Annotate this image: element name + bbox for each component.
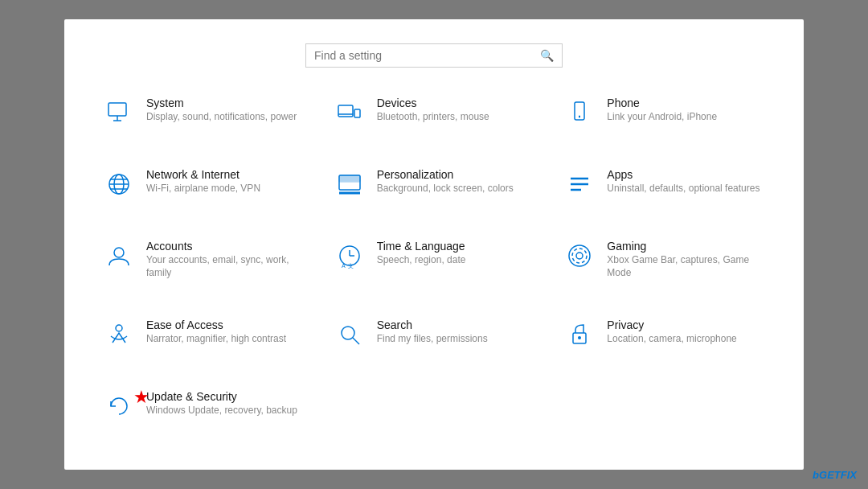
svg-point-28 <box>116 325 122 331</box>
item-text-devices: Devices Bluetooth, printers, mouse <box>377 97 489 124</box>
search-input-wrap[interactable]: 🔍 <box>305 43 563 68</box>
watermark-brand: bGETFIX <box>813 469 857 481</box>
ease-icon <box>103 318 135 351</box>
personalization-icon <box>334 168 366 200</box>
svg-point-26 <box>572 249 587 263</box>
item-desc-phone: Link your Android, iPhone <box>607 111 717 124</box>
item-desc-time: Speech, region, date <box>377 254 466 267</box>
item-title-system: System <box>146 97 297 109</box>
item-title-apps: Apps <box>607 168 760 181</box>
item-desc-network: Wi-Fi, airplane mode, VPN <box>146 183 260 195</box>
item-title-network: Network & Internet <box>146 168 260 181</box>
gaming-icon <box>563 240 596 272</box>
item-text-privacy: Privacy Location, camera, microphone <box>607 318 736 346</box>
item-desc-system: Display, sound, notifications, power <box>146 111 297 124</box>
item-text-system: System Display, sound, notifications, po… <box>146 97 297 124</box>
network-icon <box>103 168 135 200</box>
search-icon <box>334 318 366 351</box>
settings-item-search[interactable]: Search Find my files, permissions <box>327 310 542 374</box>
settings-window: 🔍 System Display, sound, notifications, … <box>64 19 804 470</box>
svg-rect-4 <box>354 109 360 117</box>
svg-rect-0 <box>108 103 126 116</box>
item-title-devices: Devices <box>377 97 489 109</box>
system-icon <box>103 97 135 129</box>
phone-icon <box>563 97 596 129</box>
item-title-update: Update & Security <box>146 390 297 403</box>
settings-item-system[interactable]: System Display, sound, notifications, po… <box>96 88 311 152</box>
svg-point-29 <box>342 327 354 339</box>
settings-item-devices[interactable]: Devices Bluetooth, printers, mouse <box>327 88 542 152</box>
settings-item-phone[interactable]: Phone Link your Android, iPhone <box>557 88 772 152</box>
item-text-search: Search Find my files, permissions <box>377 318 488 346</box>
svg-point-27 <box>576 253 583 259</box>
settings-grid: System Display, sound, notifications, po… <box>96 88 772 446</box>
settings-item-update[interactable]: Update & Security Windows Update, recove… <box>96 382 311 446</box>
item-desc-accounts: Your accounts, email, sync, work, family <box>146 254 305 279</box>
item-title-phone: Phone <box>607 97 717 109</box>
settings-item-time[interactable]: A文 Time & Language Speech, region, date <box>327 232 542 302</box>
svg-text:文: 文 <box>348 263 354 269</box>
settings-item-personalization[interactable]: Personalization Background, lock screen,… <box>327 160 542 224</box>
item-text-gaming: Gaming Xbox Game Bar, captures, Game Mod… <box>607 240 765 279</box>
settings-item-apps[interactable]: Apps Uninstall, defaults, optional featu… <box>557 160 772 224</box>
privacy-icon <box>563 318 596 351</box>
item-title-gaming: Gaming <box>607 240 765 253</box>
item-desc-privacy: Location, camera, microphone <box>607 333 736 346</box>
search-bar: 🔍 <box>96 43 772 68</box>
settings-item-ease[interactable]: Ease of Access Narrator, magnifier, high… <box>96 310 311 374</box>
svg-rect-3 <box>338 105 353 117</box>
item-desc-ease: Narrator, magnifier, high contrast <box>146 333 286 346</box>
devices-icon <box>334 97 366 129</box>
item-title-privacy: Privacy <box>607 318 736 331</box>
item-desc-update: Windows Update, recovery, backup <box>146 405 297 417</box>
svg-line-30 <box>353 338 359 344</box>
item-desc-search: Find my files, permissions <box>377 333 488 346</box>
item-text-ease: Ease of Access Narrator, magnifier, high… <box>146 318 286 346</box>
search-input[interactable] <box>314 49 540 62</box>
item-text-apps: Apps Uninstall, defaults, optional featu… <box>607 168 760 195</box>
time-icon: A文 <box>334 240 366 272</box>
update-icon <box>103 390 135 422</box>
accounts-icon <box>103 240 135 272</box>
apps-icon <box>563 168 596 200</box>
svg-point-32 <box>578 336 581 339</box>
search-icon: 🔍 <box>540 49 554 62</box>
svg-text:A: A <box>342 263 346 269</box>
item-text-accounts: Accounts Your accounts, email, sync, wor… <box>146 240 305 279</box>
item-title-time: Time & Language <box>377 240 466 253</box>
item-title-personalization: Personalization <box>377 168 514 181</box>
settings-item-network[interactable]: Network & Internet Wi-Fi, airplane mode,… <box>96 160 311 224</box>
settings-item-privacy[interactable]: Privacy Location, camera, microphone <box>557 310 772 374</box>
item-text-phone: Phone Link your Android, iPhone <box>607 97 717 124</box>
item-text-time: Time & Language Speech, region, date <box>377 240 466 267</box>
watermark: bGETFIX <box>813 469 857 481</box>
item-title-ease: Ease of Access <box>146 318 286 331</box>
item-desc-apps: Uninstall, defaults, optional features <box>607 183 760 195</box>
item-title-search: Search <box>377 318 488 331</box>
item-desc-gaming: Xbox Game Bar, captures, Game Mode <box>607 254 765 279</box>
item-text-personalization: Personalization Background, lock screen,… <box>377 168 514 195</box>
svg-rect-14 <box>339 175 360 182</box>
item-text-update: Update & Security Windows Update, recove… <box>146 390 297 417</box>
settings-item-gaming[interactable]: Gaming Xbox Game Bar, captures, Game Mod… <box>557 232 772 302</box>
settings-item-accounts[interactable]: Accounts Your accounts, email, sync, wor… <box>96 232 311 302</box>
svg-point-19 <box>114 248 124 257</box>
item-title-accounts: Accounts <box>146 240 305 253</box>
item-desc-personalization: Background, lock screen, colors <box>377 183 514 195</box>
item-desc-devices: Bluetooth, printers, mouse <box>377 111 489 124</box>
item-text-network: Network & Internet Wi-Fi, airplane mode,… <box>146 168 260 195</box>
